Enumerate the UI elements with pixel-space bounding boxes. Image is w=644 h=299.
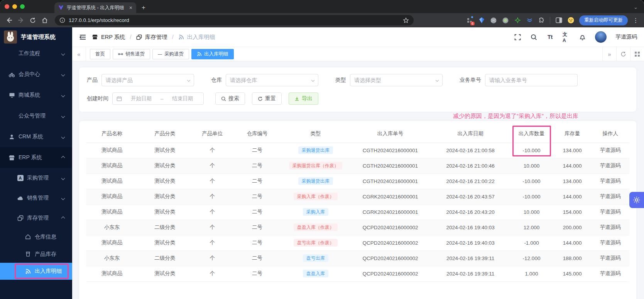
chevron-down-icon [61,52,65,55]
extension-circle-icon[interactable] [502,17,509,24]
search-icon[interactable] [530,34,538,41]
cell-product: 测试商品 [86,143,138,158]
tag-stock-record[interactable]: 出入库明细 [191,49,234,59]
cell-operator: 芋道源码 [591,173,629,189]
cell-category: 测试分类 [138,189,192,204]
search-button[interactable]: 搜索 [215,92,245,105]
sidebar-menu: 工作流程 会员中心 商城系统 公众号管理 [0,43,72,280]
type-badge: 采购退货出库（作废） [289,162,342,170]
sidebar-item-member-center[interactable]: 会员中心 [0,64,72,85]
window-controls [0,0,29,13]
extension-badge-icon[interactable]: 6 [466,17,473,24]
bookmark-star-icon[interactable] [403,17,409,24]
forward-icon[interactable] [17,17,24,24]
date-range-picker[interactable]: 开始日期 – 结束日期 [112,92,204,105]
type-badge: 采购入库 [303,208,328,216]
url-bar[interactable]: 127.0.0.1/erp/stock/record [55,15,414,25]
cell-type: 采购入库（作废） [282,189,350,204]
table-row[interactable]: 测试商品 测试分类 个 二号 采购退货出库（作废） CGTH2024021600… [86,158,629,173]
bizno-input[interactable] [489,77,573,83]
type-select[interactable] [350,74,443,86]
type-label: 类型 [335,77,346,84]
warehouse-select-input[interactable] [230,77,309,83]
sidebar-item-purchase-mgmt[interactable]: A 采购管理 [0,168,72,188]
tab-close-icon[interactable]: × [129,5,132,11]
emoji-extension-icon[interactable] [567,17,574,24]
extension-globe-icon[interactable] [490,17,497,24]
cell-type: 盘盈入库（作废） [282,220,350,235]
username[interactable]: 芋道源码 [615,34,637,40]
sidebar-item-product-stock[interactable]: 产品库存 [0,245,72,263]
font-size-icon[interactable]: Tt [546,34,554,41]
table-row[interactable]: 测试商品 测试分类 个 二号 盘亏出库（作废） QCPD202402160000… [86,235,629,250]
breadcrumb-item[interactable]: 库存管理 [145,34,167,41]
start-date-placeholder[interactable]: 开始日期 [124,95,158,102]
tag-purchase-return[interactable]: — 采购退货 [152,49,189,59]
sidebar-item-official-account[interactable]: 公众号管理 [0,106,72,126]
home-icon[interactable] [41,17,48,24]
reset-button[interactable]: 重置 [252,92,282,105]
cell-product: 小东东 [86,220,138,235]
reload-icon[interactable] [29,17,36,24]
locale-icon[interactable]: 文A [563,34,570,41]
table-row[interactable]: 小东东 二级分类 个 二号 盘亏出库 QCPD20240216000002 20… [86,250,629,266]
table-row[interactable]: 小东东 二级分类 个 二号 盘盈入库（作废） QCPD2024021600000… [86,220,629,235]
end-date-placeholder[interactable]: 结束日期 [166,95,199,102]
browser-tab[interactable]: 芋道管理系统 - 出入库明细 × [54,2,136,13]
side-panel-icon[interactable] [555,17,562,24]
extension-kite-icon[interactable] [478,17,485,24]
restart-update-button[interactable]: 重新启动即可更新 [579,15,628,25]
sidebar-item-stock-mgmt[interactable]: 库存管理 [0,208,72,228]
app-title: 芋道管理系统 [21,34,56,41]
sidebar-item-stock-record[interactable]: 出入库明细 [0,263,72,280]
minimize-window-button[interactable] [12,4,17,9]
back-icon[interactable] [5,17,12,24]
breadcrumb-item[interactable]: ERP 系统 [101,34,125,41]
breadcrumb: ERP 系统 / 库存管理 / 出入库明细 [92,34,215,41]
theme-settings-button[interactable] [629,192,644,208]
sidebar-item-mall-system[interactable]: 商城系统 [0,85,72,106]
tag-home[interactable]: 首页 [90,49,110,59]
signal-icon [178,34,184,40]
extension-chevrons-icon[interactable] [526,17,533,24]
cell-stock: 154.000 [553,204,592,220]
chevron-down-icon [61,93,65,97]
table-row[interactable]: 测试商品 测试分类 个 二号 采购入库 CGRK20240216000001 2… [86,204,629,220]
cell-stock: 145.000 [553,266,592,281]
close-window-button[interactable] [5,4,9,9]
table-row[interactable]: 测试商品 测试分类 个 二号 盘盈入库 QCPD20240216000002 2… [86,266,629,281]
sidebar-item-erp-system[interactable]: ERP 系统 [0,147,72,168]
new-tab-button[interactable]: + [142,4,145,12]
fullscreen-icon[interactable] [514,34,521,41]
bell-icon[interactable] [579,34,586,41]
bizno-input-wrap[interactable] [485,74,578,86]
table-row[interactable]: 测试商品 测试分类 个 二号 采购退货出库 CGTH20240216000001… [86,143,629,158]
type-select-input[interactable] [354,77,434,83]
cell-operator: 芋道源码 [591,158,629,173]
site-info-icon[interactable] [59,17,65,23]
collapse-menu-icon[interactable] [79,34,86,41]
col-operator: 操作人 [591,125,629,143]
cell-unit: 个 [192,173,233,189]
tags-refresh-icon[interactable] [616,47,630,61]
table-row[interactable]: 测试商品 测试分类 个 二号 采购退货出库 CGTH20240216000001… [86,173,629,189]
tab-search-chevron-icon[interactable]: ⌄ [634,4,644,13]
table-row[interactable]: 测试商品 测试分类 个 二号 采购入库（作废） CGRK202402160000… [86,189,629,204]
product-select-input[interactable] [106,77,185,83]
tag-sales-return[interactable]: 销售退货 [113,49,150,59]
warehouse-select[interactable] [226,74,318,86]
extension-star-icon[interactable] [514,17,521,24]
sidebar-item-sales-mgmt[interactable]: 销售管理 [0,188,72,208]
product-select[interactable] [101,74,194,86]
export-button[interactable]: 导出 [289,92,318,105]
user-avatar[interactable] [595,31,607,43]
sidebar-item-crm-system[interactable]: CRM 系统 [0,126,72,147]
tags-scroll-left-icon[interactable]: « [72,47,86,61]
tags-layout-grid-icon[interactable] [630,47,644,61]
sidebar-item-warehouse-info[interactable]: 仓库信息 [0,228,72,245]
browser-menu-kebab-icon[interactable]: ⋮ [633,17,639,24]
zoom-window-button[interactable] [20,4,25,9]
type-badge: 盘亏出库（作废） [294,239,338,247]
tags-scroll-right-icon[interactable]: » [602,47,616,61]
extensions-puzzle-icon[interactable] [538,17,545,24]
